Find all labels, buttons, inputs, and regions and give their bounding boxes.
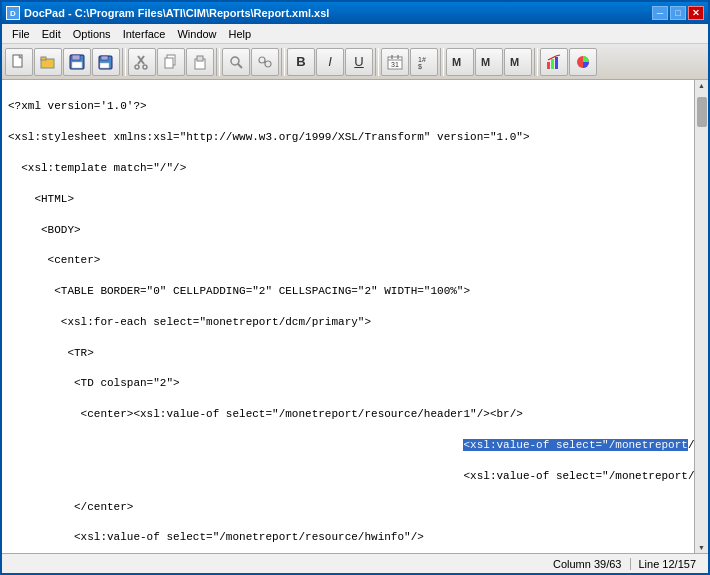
separator-4	[375, 48, 379, 76]
toolbar: B I U 31 1#$ M M M	[2, 44, 708, 80]
vertical-scrollbar[interactable]: ▲ ▼	[694, 80, 708, 553]
number-button[interactable]: 1#$	[410, 48, 438, 76]
italic-button[interactable]: I	[316, 48, 344, 76]
svg-rect-8	[101, 56, 108, 60]
svg-rect-34	[551, 59, 554, 69]
menu-options[interactable]: Options	[67, 26, 117, 42]
close-button[interactable]: ✕	[688, 6, 704, 20]
editor-content[interactable]: <?xml version='1.0'?> <xsl:stylesheet xm…	[2, 80, 694, 553]
svg-rect-33	[547, 62, 550, 69]
status-items-right: Column 39/63 Line 12/157	[545, 558, 704, 570]
calendar-button[interactable]: 31	[381, 48, 409, 76]
maximize-button[interactable]: □	[670, 6, 686, 20]
separator-2	[216, 48, 220, 76]
macro2-button[interactable]: M	[475, 48, 503, 76]
separator-3	[281, 48, 285, 76]
separator-5	[440, 48, 444, 76]
menu-bar: File Edit Options Interface Window Help	[2, 24, 708, 44]
separator-6	[534, 48, 538, 76]
svg-text:M: M	[510, 56, 519, 68]
title-bar-left: D DocPad - C:\Program Files\ATI\CIM\Repo…	[6, 6, 329, 20]
window-title: DocPad - C:\Program Files\ATI\CIM\Report…	[24, 7, 329, 19]
title-bar: D DocPad - C:\Program Files\ATI\CIM\Repo…	[2, 2, 708, 24]
svg-text:M: M	[481, 56, 490, 68]
macro1-button[interactable]: M	[446, 48, 474, 76]
open-button[interactable]	[34, 48, 62, 76]
copy-button[interactable]	[157, 48, 185, 76]
svg-rect-5	[72, 55, 80, 60]
chart-button[interactable]	[540, 48, 568, 76]
svg-text:$: $	[418, 63, 422, 70]
svg-point-13	[143, 65, 147, 69]
svg-line-19	[238, 64, 242, 68]
svg-rect-35	[555, 57, 558, 69]
svg-point-18	[231, 57, 239, 65]
cut-button[interactable]	[128, 48, 156, 76]
title-bar-controls: ─ □ ✕	[652, 6, 704, 20]
save-all-button[interactable]	[92, 48, 120, 76]
svg-rect-17	[197, 56, 203, 61]
bold-button[interactable]: B	[287, 48, 315, 76]
app-icon: D	[6, 6, 20, 20]
svg-rect-6	[72, 62, 82, 68]
svg-text:1#: 1#	[418, 56, 426, 63]
status-bar: Column 39/63 Line 12/157	[2, 553, 708, 573]
minimize-button[interactable]: ─	[652, 6, 668, 20]
scroll-down-arrow[interactable]: ▼	[698, 544, 705, 551]
menu-window[interactable]: Window	[171, 26, 222, 42]
svg-text:31: 31	[391, 61, 399, 68]
editor-area: <?xml version='1.0'?> <xsl:stylesheet xm…	[2, 80, 708, 553]
svg-rect-15	[165, 58, 173, 68]
svg-text:M: M	[452, 56, 461, 68]
line-indicator: Line 12/157	[631, 558, 705, 570]
svg-rect-9	[100, 63, 109, 68]
main-window: D DocPad - C:\Program Files\ATI\CIM\Repo…	[0, 0, 710, 575]
macro3-button[interactable]: M	[504, 48, 532, 76]
replace-button[interactable]	[251, 48, 279, 76]
scrollbar-thumb[interactable]	[697, 97, 707, 127]
svg-point-12	[135, 65, 139, 69]
pie-button[interactable]	[569, 48, 597, 76]
save-button[interactable]	[63, 48, 91, 76]
find-button[interactable]	[222, 48, 250, 76]
column-indicator: Column 39/63	[545, 558, 631, 570]
new-button[interactable]	[5, 48, 33, 76]
paste-button[interactable]	[186, 48, 214, 76]
menu-interface[interactable]: Interface	[117, 26, 172, 42]
menu-file[interactable]: File	[6, 26, 36, 42]
svg-rect-3	[41, 57, 46, 60]
scroll-up-arrow[interactable]: ▲	[698, 82, 705, 89]
underline-button[interactable]: U	[345, 48, 373, 76]
menu-edit[interactable]: Edit	[36, 26, 67, 42]
separator-1	[122, 48, 126, 76]
menu-help[interactable]: Help	[223, 26, 258, 42]
